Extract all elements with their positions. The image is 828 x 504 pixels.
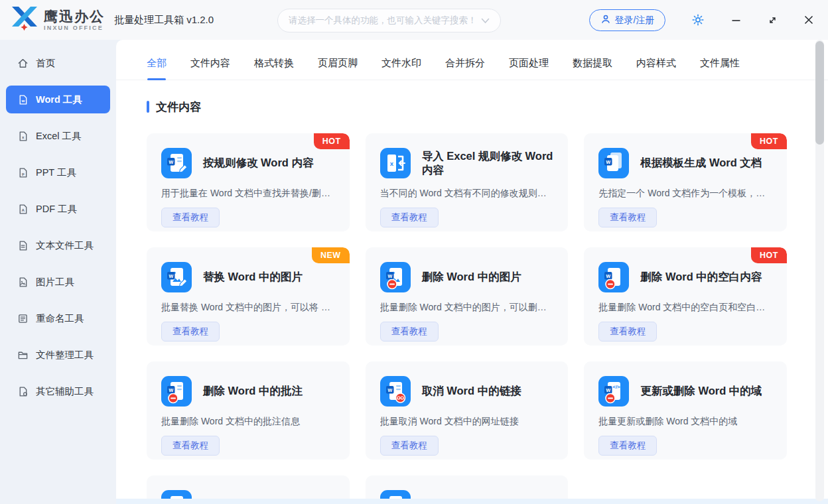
tool-description: 批量删除 Word 文档中的空白页和空白行。 <box>598 302 772 314</box>
chevron-down-icon <box>481 15 490 27</box>
pdf-file-icon: A <box>17 204 29 215</box>
logo-name-en: INXUN OFFICE <box>44 25 105 31</box>
app-logo: 鹰迅办公 INXUN OFFICE <box>9 5 105 35</box>
view-tutorial-button[interactable]: 查看教程 <box>380 436 439 456</box>
tool-title: 更新或删除 Word 中的域 <box>640 384 762 398</box>
svg-text:x: x <box>390 160 394 167</box>
svg-text:w: w <box>387 273 392 279</box>
tool-card[interactable]: NEWw替换 Word 中的图片批量替换 Word 文档中的图片，可以将 W..… <box>147 247 350 346</box>
tool-card[interactable]: w删除 Word 中的批注批量删除 Word 文档中的批注信息查看教程 <box>147 361 350 460</box>
sidebar-item-label: 图片工具 <box>36 276 74 288</box>
view-tutorial-button[interactable]: 查看教程 <box>598 322 657 342</box>
section-header: 文件内容 <box>147 100 797 113</box>
sidebar-item-home[interactable]: 首页 <box>0 49 116 77</box>
tool-description: 批量更新或删除 Word 文档中的域 <box>598 416 772 428</box>
tool-description: 用于批量在 Word 文档中查找并替换/删除... <box>161 188 335 200</box>
minimize-button[interactable] <box>730 15 742 25</box>
section-title: 文件内容 <box>156 99 201 115</box>
image-file-icon <box>17 277 29 288</box>
view-tutorial-button[interactable]: 查看教程 <box>598 436 657 456</box>
tool-title: 导入 Excel 规则修改 Word 内容 <box>422 149 554 178</box>
tab-2[interactable]: 格式转换 <box>254 57 294 70</box>
word-file-icon: w <box>17 94 29 105</box>
tab-3[interactable]: 页眉页脚 <box>318 57 358 70</box>
view-tutorial-button[interactable]: 查看教程 <box>161 436 220 456</box>
tool-card[interactable]: HOTw删除 Word 中的空白内容批量删除 Word 文档中的空白页和空白行。… <box>584 247 787 346</box>
search-placeholder: 请选择一个具体的功能，也可输入关键字搜索！ <box>289 15 477 27</box>
sidebar-item-ppt-tools[interactable]: pPPT 工具 <box>0 158 116 186</box>
image-replace-icon: w <box>161 262 192 292</box>
app-title: 批量处理工具箱 v1.2.0 <box>114 14 214 27</box>
svg-text:</>: </> <box>613 384 621 390</box>
tool-card[interactable]: w删除 Word 中的图片批量删除 Word 文档中的图片，可以删除...查看教… <box>366 247 569 346</box>
sidebar-item-pdf-tools[interactable]: APDF 工具 <box>0 195 116 223</box>
view-tutorial-button[interactable]: 查看教程 <box>380 208 439 227</box>
sidebar-item-label: 文本文件工具 <box>36 239 94 252</box>
tool-card[interactable]: </>w更新或删除 Word 中的域批量更新或删除 Word 文档中的域查看教程 <box>584 361 787 460</box>
tool-card[interactable]: x导入 Excel 规则修改 Word 内容当不同的 Word 文档有不同的修改… <box>366 133 569 231</box>
sidebar-item-label: 重命名工具 <box>36 312 84 325</box>
svg-text:w: w <box>606 158 611 165</box>
bottom-edge-strip <box>116 499 828 504</box>
sidebar-item-label: Word 工具 <box>36 94 82 106</box>
sidebar-item-label: 首页 <box>36 57 55 70</box>
field-update-icon: </>w <box>598 376 629 407</box>
title-bar: 鹰迅办公 INXUN OFFICE 批量处理工具箱 v1.2.0 请选择一个具体… <box>0 0 828 40</box>
sidebar-item-organize-tools[interactable]: 文件整理工具 <box>0 341 116 369</box>
tab-7[interactable]: 数据提取 <box>573 57 612 70</box>
excel-import-icon: x <box>380 148 411 178</box>
tool-description: 先指定一个 Word 文档作为一个模板，然... <box>598 188 772 200</box>
close-button[interactable] <box>803 15 815 25</box>
tool-title: 删除 Word 中的图片 <box>422 270 521 284</box>
svg-text:w: w <box>168 158 173 165</box>
scrollbar-thumb[interactable] <box>815 41 824 145</box>
excel-file-icon: x <box>17 131 29 142</box>
sidebar-item-label: PDF 工具 <box>36 203 77 216</box>
tool-title: 根据模板生成 Word 文档 <box>640 156 762 170</box>
svg-text:p: p <box>22 170 25 175</box>
tool-cards-grid: HOTw按规则修改 Word 内容用于批量在 Word 文档中查找并替换/删除.… <box>116 133 828 504</box>
tool-card[interactable]: HOTw根据模板生成 Word 文档先指定一个 Word 文档作为一个模板，然.… <box>584 133 787 231</box>
tool-card[interactable]: w取消 Word 中的链接批量取消 Word 文档中的网址链接查看教程 <box>366 361 569 460</box>
sidebar-item-other-tools[interactable]: 其它辅助工具 <box>0 377 116 405</box>
sidebar-item-image-tools[interactable]: 图片工具 <box>0 268 116 296</box>
tab-8[interactable]: 内容样式 <box>636 57 676 70</box>
function-search-select[interactable]: 请选择一个具体的功能，也可输入关键字搜索！ <box>277 9 501 32</box>
settings-gear-icon[interactable] <box>691 13 705 27</box>
sidebar-nav: 首页wWord 工具xExcel 工具pPPT 工具APDF 工具文本文件工具图… <box>0 40 116 504</box>
view-tutorial-button[interactable]: 查看教程 <box>161 322 220 342</box>
scrollbar-track[interactable] <box>815 40 824 501</box>
category-tabs: 全部文件内容格式转换页眉页脚文件水印合并拆分页面处理数据提取内容样式文件属性 <box>116 40 828 80</box>
login-register-button[interactable]: 登录/注册 <box>589 9 665 31</box>
view-tutorial-button[interactable]: 查看教程 <box>161 208 220 227</box>
restore-resize-button[interactable] <box>766 15 778 25</box>
svg-text:w: w <box>168 273 173 279</box>
tab-9[interactable]: 文件属性 <box>700 57 740 70</box>
word-edit-icon: w <box>161 148 192 178</box>
sidebar-item-excel-tools[interactable]: xExcel 工具 <box>0 122 116 150</box>
view-tutorial-button[interactable]: 查看教程 <box>598 208 657 227</box>
sidebar-item-text-tools[interactable]: 文本文件工具 <box>0 231 116 259</box>
helper-file-icon <box>17 386 29 397</box>
logo-x-icon <box>9 5 40 35</box>
tool-card[interactable]: HOTw按规则修改 Word 内容用于批量在 Word 文档中查找并替换/删除.… <box>147 133 350 231</box>
view-tutorial-button[interactable]: 查看教程 <box>380 322 439 342</box>
tab-0[interactable]: 全部 <box>147 57 167 70</box>
svg-text:w: w <box>606 387 611 393</box>
folder-icon <box>17 349 29 361</box>
tab-1[interactable]: 文件内容 <box>190 57 230 70</box>
word-template-icon: w <box>598 148 629 178</box>
sidebar-item-rename-tools[interactable]: 重命名工具 <box>0 304 116 332</box>
svg-text:w: w <box>168 387 173 393</box>
sidebar-item-label: Excel 工具 <box>36 130 82 143</box>
comment-delete-icon: w <box>161 376 192 407</box>
tool-title: 取消 Word 中的链接 <box>422 384 521 398</box>
tab-5[interactable]: 合并拆分 <box>445 57 485 70</box>
tab-4[interactable]: 文件水印 <box>381 57 421 70</box>
tab-6[interactable]: 页面处理 <box>509 57 549 70</box>
hot-badge: HOT <box>751 133 787 149</box>
sidebar-item-word-tools[interactable]: wWord 工具 <box>6 86 110 113</box>
svg-text:A: A <box>22 207 25 212</box>
tool-title: 删除 Word 中的空白内容 <box>640 270 762 284</box>
home-icon <box>17 58 29 69</box>
